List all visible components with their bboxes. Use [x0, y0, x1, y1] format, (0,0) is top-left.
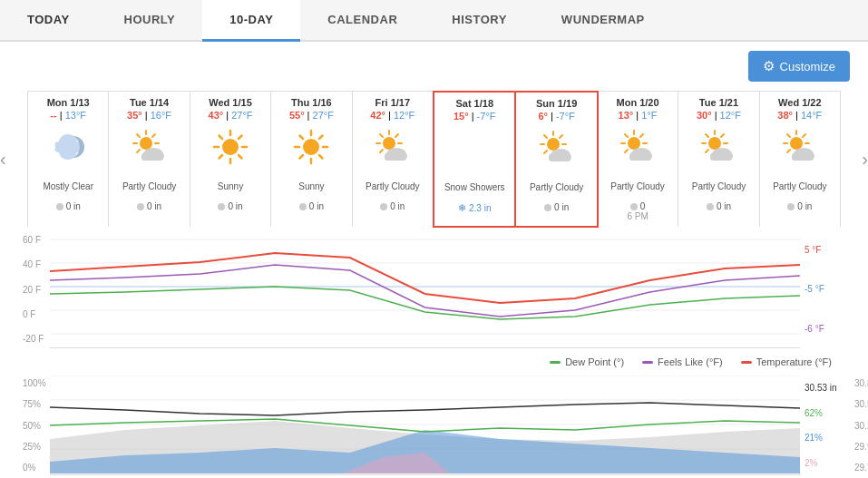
day-precip: 0 in [764, 201, 836, 211]
day-icon [520, 125, 592, 171]
rain-dot-icon [380, 203, 387, 210]
rain-dot-icon [218, 203, 225, 210]
tab-wundermap[interactable]: WUNDERMAP [534, 0, 672, 42]
svg-line-58 [560, 135, 562, 138]
day-icon: ❄ ❄ ❄ [438, 125, 511, 171]
tab-calendar[interactable]: CALENDAR [300, 0, 424, 42]
precip-chart [50, 376, 800, 475]
day-label: Sunny [194, 173, 267, 199]
day-label: Partly Cloudy [520, 174, 592, 200]
day-col-0[interactable]: Mon 1/13-- | 13°F Mostly Clear0 in [28, 92, 109, 227]
time-note: 6 PM [601, 211, 674, 221]
day-date: Fri 1/17 [356, 97, 429, 108]
day-grid: Mon 1/13-- | 13°F Mostly Clear0 inTue 1/… [27, 91, 841, 227]
tab-hourly[interactable]: HOURLY [97, 0, 203, 42]
rain-dot-icon [56, 203, 63, 210]
legend-feellike: Feels Like (°F) [642, 356, 723, 367]
day-label: Partly Cloudy [356, 173, 429, 199]
feelslike-color [642, 361, 653, 364]
day-precip: 0 [601, 201, 674, 211]
svg-line-97 [803, 134, 805, 137]
day-temps: 30° | 12°F [682, 110, 755, 121]
day-col-2[interactable]: Wed 1/1543° | 27°F Sunny0 in [190, 92, 271, 227]
day-temps: 42° | 12°F [356, 110, 429, 121]
snow-pct-label: 2% [805, 458, 850, 468]
svg-line-84 [721, 134, 724, 137]
day-label: Sunny [275, 173, 347, 199]
svg-point-77 [708, 137, 721, 150]
rain-dot-icon [299, 203, 307, 210]
day-precip: ❄2.3 in [438, 202, 511, 214]
svg-line-72 [625, 150, 628, 152]
rain-dot-icon [544, 204, 551, 211]
svg-rect-89 [710, 154, 732, 161]
day-precip: 0 in [32, 201, 104, 211]
prev-arrow[interactable]: ‹ [0, 149, 6, 170]
day-label: Partly Cloudy [112, 173, 185, 199]
svg-point-64 [628, 137, 640, 150]
day-col-3[interactable]: Thu 1/1655° | 27°F Sunny0 in [271, 92, 352, 227]
svg-line-28 [319, 155, 323, 159]
toolbar: ⚙ Customize [0, 42, 868, 91]
svg-line-95 [787, 134, 790, 137]
day-icon [601, 124, 674, 170]
temp-label-high: 5 °F [805, 245, 850, 255]
day-col-5[interactable]: Sat 1/1815° | -7°F ❄ ❄ ❄ Snow Showers❄2.… [433, 91, 516, 228]
day-label: Snow Showers [438, 174, 511, 200]
day-col-7[interactable]: Mon 1/2013° | 1°F Partly Cloudy06 PM [598, 92, 678, 227]
snowflake-icon: ❄ [458, 202, 466, 214]
day-col-8[interactable]: Tue 1/2130° | 12°F Partly Cloudy0 in [678, 92, 759, 227]
temp-color [741, 361, 752, 364]
svg-rect-43 [385, 154, 406, 161]
day-temps: 6° | -7°F [520, 111, 592, 122]
svg-line-38 [395, 134, 398, 137]
day-temps: 43° | 27°F [194, 110, 267, 121]
legend-temp: Temperature (°F) [741, 356, 832, 367]
tab-today[interactable]: TODAY [0, 0, 97, 42]
day-date: Sat 1/18 [438, 98, 511, 109]
day-precip: 0 in [275, 201, 347, 211]
rain-dot-icon [707, 203, 714, 210]
next-arrow[interactable]: › [862, 149, 868, 170]
pressure-label: 30.53 in [805, 383, 850, 393]
rain-dot-icon [630, 203, 638, 210]
svg-line-29 [319, 136, 323, 140]
day-col-9[interactable]: Wed 1/2238° | 14°F Partly Cloudy0 in [760, 92, 841, 227]
svg-rect-76 [629, 154, 651, 161]
svg-line-71 [640, 134, 643, 137]
day-date: Sun 1/19 [520, 98, 592, 109]
svg-point-22 [303, 139, 319, 155]
svg-point-31 [383, 137, 395, 150]
precip-y-axis: 100% 75% 50% 25% 0% [23, 376, 46, 475]
weather-section: ‹ Mon 1/13-- | 13°F Mostly Clear0 inTue … [0, 91, 868, 227]
svg-rect-63 [549, 155, 571, 161]
svg-line-98 [787, 150, 790, 152]
day-temps: 35° | 16°F [112, 110, 185, 121]
day-date: Thu 1/16 [275, 97, 347, 108]
customize-button[interactable]: ⚙ Customize [748, 51, 850, 82]
day-label: Mostly Clear [32, 173, 104, 199]
temp-label-mid: -5 °F [805, 284, 850, 294]
temp-y-axis: 60 F 40 F 20 F 0 F -20 F [23, 230, 44, 348]
day-icon [32, 124, 104, 170]
day-col-6[interactable]: Sun 1/196° | -7°F Partly Cloudy0 in [514, 91, 598, 228]
day-col-1[interactable]: Tue 1/1435° | 16°F Partly Cloudy0 in [109, 92, 190, 227]
temp-label-low: -6 °F [805, 324, 850, 334]
day-icon [112, 124, 185, 170]
day-date: Tue 1/21 [682, 97, 755, 108]
day-label: Partly Cloudy [682, 173, 755, 199]
svg-line-39 [380, 150, 383, 152]
svg-line-5 [137, 134, 140, 137]
tab-10day[interactable]: 10-DAY [202, 0, 300, 42]
temp-chart-svg [50, 230, 800, 348]
temp-chart [50, 230, 800, 348]
svg-line-85 [706, 150, 708, 152]
tab-history[interactable]: HISTORY [424, 0, 534, 42]
svg-line-20 [239, 136, 242, 140]
svg-point-90 [790, 137, 803, 150]
day-temps: -- | 13°F [32, 110, 104, 121]
svg-line-36 [380, 134, 383, 137]
svg-line-69 [625, 134, 628, 137]
day-col-4[interactable]: Fri 1/1742° | 12°F Partly Cloudy0 in [353, 92, 434, 227]
day-icon [682, 124, 755, 170]
